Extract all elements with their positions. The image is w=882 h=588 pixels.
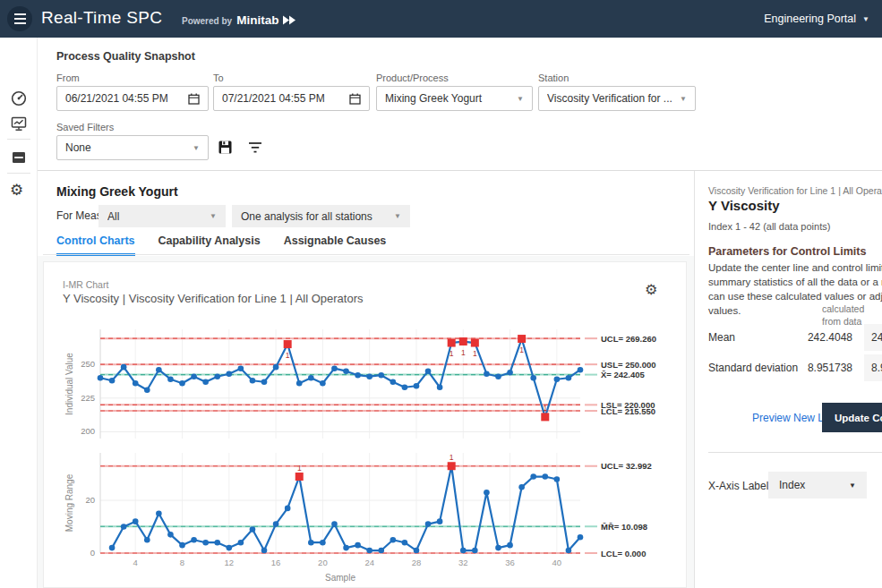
svg-text:28: 28	[412, 558, 422, 567]
gear-icon: ⚙	[10, 182, 23, 199]
svg-text:X̄= 242.405: X̄= 242.405	[601, 370, 646, 379]
panel-title: Y Viscosity	[708, 198, 780, 213]
svg-text:20: 20	[318, 558, 328, 567]
station-dropdown[interactable]: Viscosity Verification for ... ▼	[538, 86, 696, 111]
brand-name: Minitab	[236, 13, 278, 27]
chevron-down-icon: ▼	[849, 481, 856, 490]
svg-text:LCL= 215.550: LCL= 215.550	[601, 406, 655, 416]
update-control-limits-button[interactable]: Update Control Limits	[822, 403, 882, 432]
svg-text:Sample: Sample	[325, 573, 355, 583]
svg-text:225: 225	[81, 393, 95, 403]
stddev-input[interactable]: 8.951738	[864, 354, 882, 381]
chevron-down-icon: ▼	[210, 212, 217, 220]
analysis-mode-dropdown[interactable]: One analysis for all stations ▼	[232, 205, 410, 227]
powered-by: Powered by Minitab	[182, 13, 296, 27]
portal-label: Engineering Portal	[764, 13, 856, 25]
x-axis-dropdown[interactable]: Index ▼	[768, 472, 867, 499]
svg-text:1: 1	[450, 349, 454, 358]
chevron-down-icon: ▼	[193, 144, 200, 152]
save-filter-button[interactable]	[218, 140, 233, 155]
tab-assignable-causes[interactable]: Assignable Causes	[284, 234, 387, 256]
page-title: Process Quality Snapshot	[56, 50, 195, 63]
measure-value: All	[107, 210, 204, 223]
sidebar-item-dashboard[interactable]	[10, 89, 28, 107]
from-date-value: 06/21/2021 04:55 PM	[65, 92, 188, 105]
chevron-down-icon: ▼	[862, 15, 869, 23]
svg-text:1: 1	[286, 351, 290, 360]
sidebar-divider	[7, 139, 30, 140]
station-label: Station	[538, 72, 569, 83]
tab-control-charts[interactable]: Control Charts	[56, 234, 135, 256]
chevron-down-icon: ▼	[394, 212, 401, 220]
x-axis-label: X-Axis Label:	[708, 480, 772, 492]
saved-filters-dropdown[interactable]: None ▼	[56, 135, 209, 160]
panel-divider	[708, 452, 882, 453]
svg-text:250: 250	[81, 359, 95, 369]
from-label: From	[56, 72, 80, 83]
calculated-column-header: calculated from data	[822, 303, 864, 328]
measure-dropdown[interactable]: All ▼	[98, 205, 226, 227]
section-divider	[38, 170, 882, 171]
svg-text:12: 12	[225, 558, 235, 567]
svg-text:LCL= 0.000: LCL= 0.000	[601, 549, 646, 558]
svg-text:32: 32	[458, 558, 468, 567]
svg-text:36: 36	[505, 558, 515, 567]
mean-calculated-value: 242.4048	[772, 331, 852, 344]
real-time-spc-app: { "icons": { "caret_down": "▼", "gear": …	[0, 0, 882, 588]
monitor-chart-icon	[10, 115, 28, 132]
to-date-value: 07/21/2021 04:55 PM	[222, 92, 349, 105]
svg-text:1: 1	[543, 404, 547, 413]
sidebar-item-data-collection[interactable]	[10, 149, 28, 166]
chart-settings-gear-icon[interactable]: ⚙	[645, 283, 657, 297]
to-label: To	[213, 72, 224, 83]
product-label: Product/Process	[376, 72, 449, 83]
svg-text:40: 40	[552, 558, 562, 567]
gauge-icon	[10, 89, 28, 107]
individuals-chart: 200225250UCL= 269.260USL= 250.000X̄= 242…	[63, 324, 681, 449]
to-date-input[interactable]: 07/21/2021 04:55 PM	[213, 86, 370, 111]
control-limits-section-title: Parameters for Control Limits	[708, 245, 866, 258]
product-value: Mixing Greek Yogurt	[385, 92, 511, 105]
station-value: Viscosity Verification for ...	[547, 92, 674, 105]
svg-text:Moving Range: Moving Range	[64, 473, 74, 532]
moving-range-chart: 481216202428323640020UCL= 32.992M̄R̄= 10…	[63, 446, 681, 588]
svg-text:Individual Value: Individual Value	[64, 353, 74, 415]
panel-subtitle: Viscosity Verification for Line 1 | All …	[708, 185, 882, 196]
analysis-mode-value: One analysis for all stations	[241, 210, 389, 223]
filter-icon	[248, 141, 262, 154]
tabs-divider	[43, 254, 689, 255]
sidebar-divider	[7, 173, 30, 174]
calendar-icon	[349, 93, 361, 105]
process-title: Mixing Greek Yogurt	[56, 184, 178, 199]
minitab-logo-icon	[283, 14, 296, 26]
svg-text:4: 4	[133, 558, 138, 567]
filter-button[interactable]	[248, 141, 262, 154]
svg-text:20: 20	[85, 495, 95, 505]
svg-text:200: 200	[81, 426, 95, 436]
panel-index-range: Index 1 - 42 (all data points)	[708, 221, 830, 232]
svg-text:M̄R̄= 10.098: M̄R̄= 10.098	[601, 522, 647, 532]
svg-text:1: 1	[297, 464, 302, 473]
saved-filters-value: None	[65, 141, 187, 154]
product-dropdown[interactable]: Mixing Greek Yogurt ▼	[376, 86, 533, 111]
sidebar-item-reports[interactable]	[10, 115, 28, 132]
powered-by-label: Powered by	[182, 16, 232, 26]
calendar-icon	[188, 93, 200, 105]
svg-text:1: 1	[519, 345, 524, 354]
mean-input[interactable]: 242.4048	[864, 324, 882, 351]
stddev-calculated-value: 8.951738	[772, 362, 852, 374]
chart-subtitle: Y Viscosity | Viscosity Verification for…	[63, 292, 364, 305]
svg-text:USL= 250.000: USL= 250.000	[601, 360, 656, 370]
chevron-down-icon: ▼	[517, 95, 524, 103]
tab-bar: Control Charts Capability Analysis Assig…	[56, 234, 386, 256]
hamburger-menu-icon[interactable]	[7, 6, 32, 31]
portal-selector[interactable]: Engineering Portal ▼	[764, 0, 869, 38]
svg-text:0: 0	[90, 548, 95, 558]
sidebar-item-settings[interactable]: ⚙	[10, 182, 28, 200]
svg-text:8: 8	[180, 558, 184, 567]
mean-label: Mean	[708, 331, 735, 344]
tab-capability-analysis[interactable]: Capability Analysis	[158, 234, 261, 256]
chevron-down-icon: ▼	[680, 95, 687, 103]
chart-type-label: I-MR Chart	[63, 279, 108, 290]
from-date-input[interactable]: 06/21/2021 04:55 PM	[56, 86, 209, 111]
